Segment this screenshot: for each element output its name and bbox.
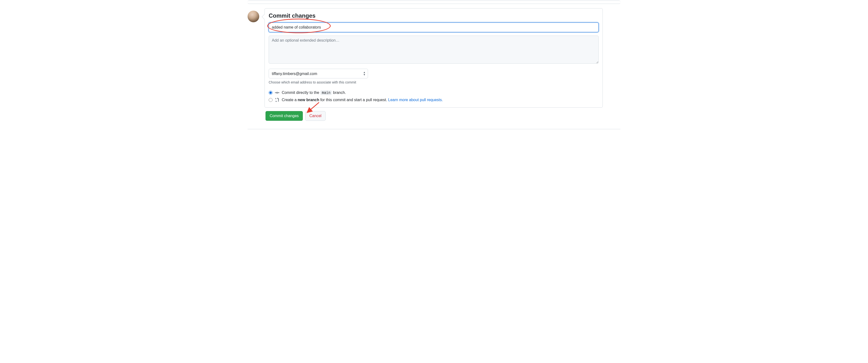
git-pull-request-icon bbox=[275, 98, 279, 102]
author-email-select[interactable]: tiffany.timbers@gmail.com bbox=[269, 69, 368, 78]
bottom-divider bbox=[248, 129, 620, 129]
branch-choice-group: Commit directly to the main branch. Crea… bbox=[269, 89, 599, 104]
radio-new-branch-label: Create a new branch for this commit and … bbox=[282, 98, 443, 102]
commit-changes-button[interactable]: Commit changes bbox=[266, 111, 303, 121]
radio-commit-direct-input[interactable] bbox=[269, 91, 273, 95]
top-border-box bbox=[248, 0, 620, 4]
author-email-hint: Choose which email address to associate … bbox=[269, 80, 599, 84]
cancel-button[interactable]: Cancel bbox=[305, 111, 326, 121]
panel-heading: Commit changes bbox=[269, 12, 599, 19]
radio-commit-direct-label: Commit directly to the main branch. bbox=[282, 91, 346, 95]
learn-more-pull-requests-link[interactable]: Learn more about pull requests. bbox=[388, 98, 443, 102]
branch-chip: main bbox=[320, 90, 332, 95]
commit-description-input[interactable] bbox=[269, 36, 599, 64]
radio-new-branch[interactable]: Create a new branch for this commit and … bbox=[269, 96, 599, 104]
avatar bbox=[248, 11, 259, 22]
radio-new-branch-input[interactable] bbox=[269, 98, 273, 102]
commit-summary-input[interactable] bbox=[269, 23, 599, 32]
git-commit-icon bbox=[275, 91, 279, 95]
radio-commit-direct[interactable]: Commit directly to the main branch. bbox=[269, 89, 599, 96]
commit-changes-panel: Commit changes tiffany.timbers@gmail.com… bbox=[265, 8, 603, 108]
